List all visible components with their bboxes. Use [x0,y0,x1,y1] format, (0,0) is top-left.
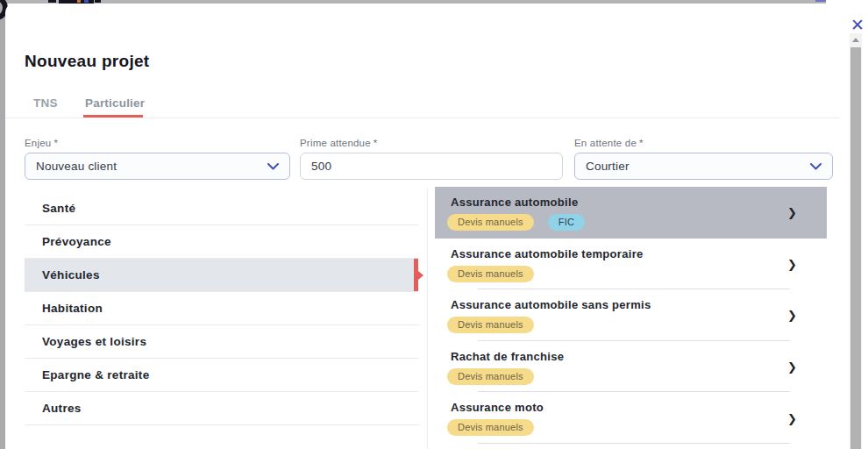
prime-attendue-input[interactable] [300,153,563,180]
category-item-vehicules[interactable]: Véhicules [25,259,418,292]
category-label: Prévoyance [42,235,111,248]
required-asterisk: * [374,138,378,148]
fic-badge: FIC [548,214,585,231]
badge-row: Devis manuels [447,419,827,436]
active-tab-underline [83,115,143,118]
chevron-down-icon [267,163,279,170]
required-asterisk: * [53,138,58,148]
product-title: Assurance moto [451,401,827,414]
background-text-fragment [84,0,89,3]
chevron-right-icon: ❯ [787,309,797,322]
modal-title: Nouveau projet [25,52,150,71]
devis-manuels-badge: Devis manuels [447,368,534,385]
page: ✕ Nouveau projet TNS Particulier Enjeu* … [0,0,868,449]
en-attente-de-label: En attente de* [574,138,644,148]
required-asterisk: * [639,138,644,148]
category-item-voyages[interactable]: Voyages et loisirs [25,325,418,359]
chevron-right-icon: ❯ [787,411,797,424]
category-label: Voyages et loisirs [42,335,146,348]
prime-attendue-label: Prime attendue* [300,138,377,148]
tab-bar: TNS Particulier [5,94,840,118]
chevron-right-icon: ❯ [787,360,797,374]
close-icon: ✕ [850,15,864,34]
devis-manuels-badge: Devis manuels [447,419,534,436]
panel-divider [427,189,428,449]
category-item-prevoyance[interactable]: Prévoyance [25,225,418,259]
product-list: Assurance automobile Devis manuels FIC ❯… [435,187,827,444]
scroll-up-arrow-icon [852,38,859,42]
background-text-fragment [77,0,81,3]
badge-row: Devis manuels FIC [447,214,827,231]
badge-row: Devis manuels [447,266,827,282]
close-button[interactable]: ✕ [847,14,868,35]
scroll-up-button[interactable] [850,33,862,46]
en-attente-de-select[interactable]: Courtier [574,153,833,180]
category-label: Véhicules [42,268,100,282]
devis-manuels-badge: Devis manuels [447,317,534,333]
product-item-assurance-automobile[interactable]: Assurance automobile Devis manuels FIC ❯ [435,187,827,239]
category-label: Autres [42,402,82,415]
label-text: En attente de [574,138,637,148]
category-list: Santé Prévoyance Véhicules Habitation Vo… [25,192,418,425]
enjeu-label: Enjeu* [25,138,58,148]
scrollbar [850,33,862,449]
enjeu-select-value: Nouveau client [36,160,117,173]
product-title: Rachat de franchise [451,350,827,363]
product-title: Assurance automobile [451,196,827,209]
enjeu-select[interactable]: Nouveau client [25,153,290,180]
category-label: Epargne & retraite [42,368,149,381]
background-text-fragment [95,0,101,3]
background-accent-fragment [815,0,826,2]
chevron-down-icon [810,163,822,170]
devis-manuels-badge: Devis manuels [447,266,534,282]
product-item-assurance-automobile-sans-permis[interactable]: Assurance automobile sans permis Devis m… [435,289,827,341]
background-text-fragment [48,0,56,3]
category-label: Habitation [42,302,103,315]
selected-marker-arrow-icon [418,271,423,280]
tab-particulier[interactable]: Particulier [85,96,145,110]
tab-tns[interactable]: TNS [33,96,58,110]
product-item-rachat-de-franchise[interactable]: Rachat de franchise Devis manuels ❯ [435,341,827,393]
product-title: Assurance automobile sans permis [451,298,827,311]
chevron-right-icon: ❯ [787,257,797,270]
chevron-right-icon: ❯ [787,206,797,219]
en-attente-de-select-value: Courtier [586,160,630,173]
badge-row: Devis manuels [447,317,827,333]
product-item-assurance-moto[interactable]: Assurance moto Devis manuels ❯ [435,392,827,444]
category-label: Santé [42,202,75,215]
new-project-modal: ✕ Nouveau projet TNS Particulier Enjeu* … [5,4,868,449]
category-item-sante[interactable]: Santé [25,192,418,225]
label-text: Enjeu [25,138,51,148]
devis-manuels-badge: Devis manuels [447,214,534,231]
badge-row: Devis manuels [447,368,827,385]
product-title: Assurance automobile temporaire [451,247,827,260]
category-item-autres[interactable]: Autres [25,392,418,425]
product-item-assurance-automobile-temporaire[interactable]: Assurance automobile temporaire Devis ma… [435,239,827,290]
category-item-habitation[interactable]: Habitation [25,292,418,325]
category-item-epargne[interactable]: Epargne & retraite [25,359,418,392]
label-text: Prime attendue [300,138,371,148]
scrollbar-thumb[interactable] [850,47,861,449]
